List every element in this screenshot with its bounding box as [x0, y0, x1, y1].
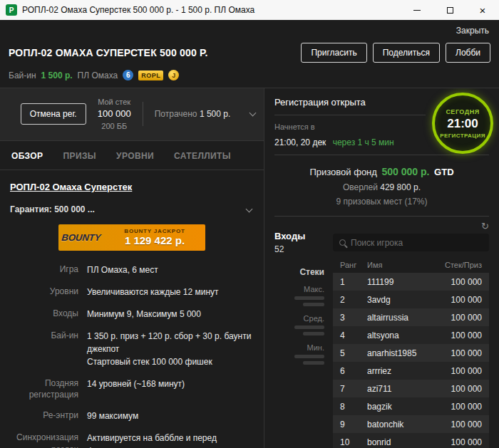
header-rank: Ранг: [340, 261, 367, 269]
cell-name: bonrid: [367, 437, 429, 447]
maximize-icon: [447, 7, 453, 14]
starts-value: 21:00, 20 дек: [274, 137, 326, 147]
stacks-label: Стеки: [274, 267, 324, 277]
my-stack-label: Мой стек: [98, 97, 131, 108]
chevron-down-icon[interactable]: [246, 206, 253, 213]
cell-name: anarhist1985: [367, 348, 429, 358]
detail-value: ПЛ Омаха, 6 мест: [87, 264, 254, 276]
overlay-value: 429 800 р.: [380, 182, 421, 192]
detail-value-line1: 1 350 р. приз + 120 р. сбор + 30 р. баун…: [87, 330, 254, 355]
refresh-icon[interactable]: ↻: [481, 221, 489, 231]
buyin-label: Бай-ин: [9, 71, 36, 80]
divider: [274, 115, 426, 115]
cancel-registration-button[interactable]: Отмена рег.: [21, 103, 86, 125]
spent-block: Потрачено 1 500 р.: [155, 109, 231, 119]
cell-rank: 8: [340, 402, 367, 412]
table-row[interactable]: 4 altsyona 100 000: [333, 326, 489, 344]
tab-bar: ОБЗОР ПРИЗЫ УРОВНИ САТЕЛЛИТЫ: [0, 141, 264, 170]
cell-stack: 100 000: [429, 348, 482, 358]
close-window-button[interactable]: ×: [466, 0, 499, 20]
app-icon: Р: [6, 4, 17, 16]
tab-prizes[interactable]: ПРИЗЫ: [63, 151, 97, 161]
stack-bar: [303, 361, 324, 365]
starts-countdown: через 1 ч 5 мин: [333, 137, 394, 147]
table-row[interactable]: 3 altairrussia 100 000: [333, 308, 489, 326]
buyin-row: Бай-ин 1 500 р. ПЛ Омаха 6 ROPL J: [9, 70, 490, 80]
close-icon: ×: [480, 5, 486, 16]
cell-rank: 9: [340, 420, 367, 429]
overview-tab-content: РОПЛ-02 Омаха Суперстек Гарантия: 500 00…: [0, 170, 264, 448]
header-actions: Пригласить Поделиться Лобби: [301, 43, 490, 63]
stacks-summary: Стеки Макс. Сред. Мин.: [274, 267, 333, 365]
game-type: ПЛ Омаха: [78, 71, 118, 80]
table-row[interactable]: 10 bonrid 100 000: [333, 433, 489, 448]
player-search-input[interactable]: [351, 238, 483, 248]
detail-value: Минимум 9, Максимум 5 000: [87, 308, 254, 321]
detail-label: Входы: [10, 308, 78, 321]
top-close-row: Закрыть: [0, 20, 499, 37]
player-search-box: [333, 234, 489, 251]
cell-name: altsyona: [367, 330, 429, 340]
cell-rank: 6: [340, 366, 367, 376]
minimize-icon: [413, 10, 421, 11]
table-row[interactable]: 8 bagzik 100 000: [333, 397, 489, 415]
my-stack-value: 100 000: [98, 108, 131, 120]
window-controls: ×: [401, 0, 499, 20]
close-lobby-link[interactable]: Закрыть: [456, 26, 489, 36]
detail-label: Игра: [10, 264, 78, 276]
lobby-button[interactable]: Лобби: [446, 43, 490, 63]
table-row[interactable]: 2 3avdg 100 000: [333, 291, 489, 308]
share-button[interactable]: Поделиться: [373, 43, 440, 63]
table-row[interactable]: 7 azi711 100 000: [333, 380, 489, 397]
cell-rank: 1: [340, 277, 367, 287]
stack-max-group: Макс.: [274, 285, 324, 306]
invite-button[interactable]: Пригласить: [301, 43, 366, 63]
detail-value: 14 уровней (~168 минут): [87, 377, 254, 400]
prize-fund-label: Призовой фонд: [309, 167, 376, 177]
maximize-button[interactable]: [433, 0, 466, 20]
table-size-badge: 6: [123, 70, 133, 80]
entries-label: Входы: [274, 231, 333, 241]
detail-value: 1 350 р. приз + 120 р. сбор + 30 р. баун…: [87, 330, 254, 368]
entries-section: Входы 52 Стеки Макс. Сред. Мин: [274, 224, 489, 448]
cell-stack: 100 000: [429, 402, 482, 412]
cell-rank: 10: [340, 437, 367, 447]
header-name: Имя: [367, 261, 429, 269]
cell-stack: 100 000: [429, 295, 482, 305]
cell-stack: 100 000: [429, 384, 482, 394]
guarantee-row: Гарантия: 500 000 ...: [10, 204, 254, 214]
my-stack-block: Мой стек 100 000 200 ББ: [98, 97, 131, 132]
tournament-name-link[interactable]: РОПЛ-02 Омаха Суперстек: [10, 182, 132, 192]
jackpot-badge-icon: J: [168, 70, 179, 80]
prize-gtd-tag: GTD: [434, 167, 453, 177]
detail-label: Ре-энтри: [10, 410, 78, 422]
cell-stack: 100 000: [429, 366, 482, 376]
minimize-button[interactable]: [401, 0, 433, 20]
table-row[interactable]: 5 anarhist1985 100 000: [333, 344, 489, 362]
table-row[interactable]: 9 batonchik 100 000: [333, 415, 489, 433]
stack-avg-label: Сред.: [274, 314, 324, 323]
left-panel: Отмена рег. Мой стек 100 000 200 ББ Потр…: [0, 88, 264, 448]
window-title: РОПЛ-02 Омаха Суперстек 500 000 р. - 1 5…: [22, 5, 254, 15]
main-content: Отмена рег. Мой стек 100 000 200 ББ Потр…: [0, 88, 499, 448]
cell-stack: 100 000: [429, 277, 482, 287]
detail-value: Активируется на баббле и перед финальным…: [87, 432, 254, 448]
tab-overview[interactable]: ОБЗОР: [11, 151, 43, 161]
cell-stack: 100 000: [429, 437, 482, 447]
chevron-down-icon[interactable]: [250, 109, 257, 116]
detail-value-line2: Стартовый стек 100 000 фишек: [87, 355, 254, 368]
divider: [274, 216, 489, 217]
table-row[interactable]: 6 arrriez 100 000: [333, 362, 489, 380]
cell-name: 111199: [367, 277, 429, 287]
stack-bar: [303, 303, 324, 306]
table-row[interactable]: 1 111199 100 000: [333, 273, 489, 291]
bounty-jackpot-amount: 1 129 422 р.: [125, 234, 185, 246]
buyin-value: 1 500 р.: [41, 71, 73, 80]
stack-bar: [303, 332, 324, 335]
tab-satellites[interactable]: САТЕЛЛИТЫ: [174, 151, 231, 161]
tab-levels[interactable]: УРОВНИ: [116, 151, 154, 161]
registration-time-badge: СЕГОДНЯ 21:00 РЕГИСТРАЦИЯ: [432, 93, 493, 154]
spent-value: 1 500 р.: [200, 109, 230, 119]
prize-block: Призовой фонд 500 000 р. GTD Оверлей 429…: [274, 162, 489, 209]
window-titlebar: Р РОПЛ-02 Омаха Суперстек 500 000 р. - 1…: [0, 0, 499, 20]
